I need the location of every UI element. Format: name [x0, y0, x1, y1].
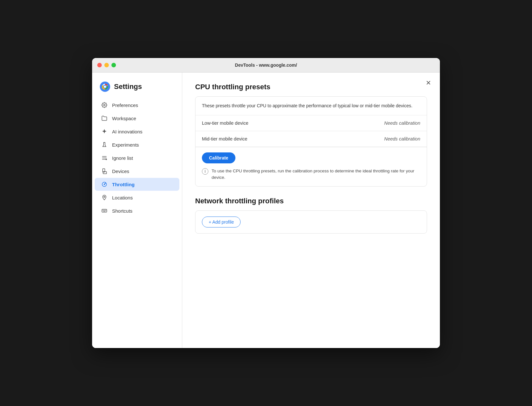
calibrate-button[interactable]: Calibrate [202, 152, 235, 163]
sidebar-item-label: Workspace [112, 116, 136, 121]
svg-point-15 [104, 184, 105, 185]
sidebar-item-experiments[interactable]: Experiments [95, 138, 179, 151]
info-icon: i [202, 168, 208, 175]
cpu-card-footer: Calibrate i To use the CPU throttling pr… [195, 147, 427, 186]
devtools-window: DevTools - www.google.com/ [92, 58, 440, 348]
sidebar-heading: Settings [114, 82, 142, 91]
low-tier-row: Low-tier mobile device Needs calibration [195, 115, 427, 131]
device-icon [101, 168, 108, 174]
throttle-icon [101, 181, 108, 188]
traffic-lights [97, 63, 116, 67]
sidebar-item-label: Throttling [112, 182, 135, 187]
add-profile-button[interactable]: + Add profile [202, 217, 241, 227]
sidebar-item-shortcuts[interactable]: Shortcuts [95, 204, 179, 217]
low-tier-status: Needs calibration [384, 121, 420, 126]
sidebar-item-label: AI innovations [112, 129, 142, 134]
sidebar-item-locations[interactable]: Locations [95, 191, 179, 204]
low-tier-label: Low-tier mobile device [202, 121, 248, 126]
sidebar-item-label: Locations [112, 195, 133, 200]
info-row: i To use the CPU throttling presets, run… [202, 168, 420, 181]
sidebar-header: Settings [92, 79, 182, 98]
sidebar-item-label: Devices [112, 169, 129, 174]
window-title: DevTools - www.google.com/ [235, 63, 297, 68]
cpu-section-title: CPU throttling presets [195, 83, 427, 91]
sidebar-item-devices[interactable]: Devices [95, 165, 179, 178]
mid-tier-label: Mid-tier mobile device [202, 136, 247, 141]
ai-icon [101, 128, 108, 135]
minimize-traffic-light[interactable] [104, 63, 109, 67]
cpu-throttling-card: These presets throttle your CPU to appro… [195, 96, 427, 187]
gear-icon [101, 102, 108, 108]
sidebar: Settings Preferences [92, 72, 182, 348]
mid-tier-row: Mid-tier mobile device Needs calibration [195, 131, 427, 147]
sidebar-item-label: Ignore list [112, 155, 133, 161]
cpu-card-description: These presets throttle your CPU to appro… [195, 97, 427, 115]
svg-point-4 [104, 86, 106, 88]
sidebar-item-workspace[interactable]: Workspace [95, 112, 179, 125]
main-content: ✕ CPU throttling presets These presets t… [182, 72, 440, 348]
folder-icon [101, 115, 108, 121]
keyboard-icon [101, 208, 108, 214]
network-throttling-card: + Add profile [195, 210, 427, 234]
ignore-list-icon [101, 155, 108, 161]
sidebar-nav: Preferences Workspace [92, 99, 182, 217]
close-button[interactable]: ✕ [423, 78, 433, 88]
chrome-logo-icon [100, 82, 110, 92]
svg-point-16 [104, 196, 105, 198]
flask-icon [101, 141, 108, 148]
close-traffic-light[interactable] [97, 63, 102, 67]
svg-rect-17 [102, 209, 107, 212]
mid-tier-status: Needs calibration [384, 136, 420, 141]
sidebar-item-ai-innovations[interactable]: AI innovations [95, 125, 179, 138]
svg-point-5 [104, 104, 105, 106]
network-section-title: Network throttling profiles [195, 197, 427, 205]
sidebar-item-label: Shortcuts [112, 208, 132, 214]
titlebar: DevTools - www.google.com/ [92, 58, 440, 72]
window-body: Settings Preferences [92, 72, 440, 348]
sidebar-item-throttling[interactable]: Throttling [95, 178, 179, 191]
info-text: To use the CPU throttling presets, run t… [212, 168, 420, 181]
sidebar-item-label: Experiments [112, 142, 139, 148]
sidebar-item-label: Preferences [112, 102, 138, 108]
maximize-traffic-light[interactable] [111, 63, 116, 67]
sidebar-item-ignore-list[interactable]: Ignore list [95, 151, 179, 164]
sidebar-item-preferences[interactable]: Preferences [95, 99, 179, 111]
location-icon [101, 194, 108, 201]
